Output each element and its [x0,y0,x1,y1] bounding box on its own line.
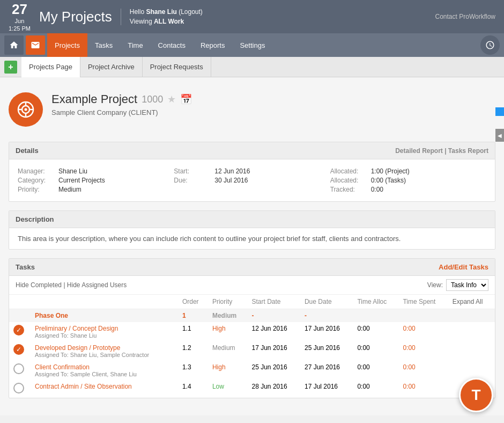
task-incomplete-check[interactable] [13,363,24,374]
col-start: Start Date [248,295,300,309]
task-start: 12 Jun 2016 [248,322,300,341]
task-row: ✓ Developed Design / Prototype Assigned … [9,341,495,361]
task-time-spent: 0:00 [398,341,448,361]
tracked-label: Tracked: [330,186,368,193]
nav-bar: Projects Tasks Time Contacts Reports Set… [0,33,504,57]
col-priority: Priority [208,295,248,309]
view-select[interactable]: Task Info [446,279,488,291]
allocated-tasks-row: Allocated: 0:00 (Tasks) [330,177,486,184]
details-section: Details Detailed Report | Tasks Report M… [9,142,495,202]
task-name-cell: Contract Admin / Site Observation [31,380,178,398]
col-time-spent: Time Spent [398,295,448,309]
hide-completed-link[interactable]: Hide Completed [16,281,62,289]
date-time: 27 Jun 1:25 PM [9,1,31,32]
nav-contacts[interactable]: Contacts [151,33,193,57]
due-value: 30 Jul 2016 [214,177,248,184]
allocated-project-value: 1:00 (Project) [371,167,410,175]
home-button[interactable] [4,35,24,55]
task-check-cell[interactable] [9,361,31,380]
logout-link[interactable]: (Logout) [179,8,203,16]
task-name-link[interactable]: Contract Admin / Site Observation [35,383,174,390]
report-links: Detailed Report | Tasks Report [395,147,488,155]
view-label: View: [427,281,443,289]
nav-reports[interactable]: Reports [193,33,233,57]
task-name-cell: Developed Design / Prototype Assigned To… [31,341,178,361]
month-time: Jun 1:25 PM [9,18,31,32]
tab-project-requests[interactable]: Project Requests [143,57,211,77]
col-name [31,295,178,309]
tab-projects-page[interactable]: Projects Page [21,57,80,77]
top-header: 27 Jun 1:25 PM My Projects Hello Shane L… [0,0,504,33]
add-edit-tasks-link[interactable]: Add/Edit Tasks [439,263,488,271]
task-check-cell[interactable]: ✓ [9,322,31,341]
viewing-label: Viewing [130,18,152,25]
tasks-section: Tasks Add/Edit Tasks Hide Completed | Hi… [9,258,495,398]
hide-assigned-link[interactable]: Hide Assigned Users [67,281,127,289]
category-row: Category: Current Projects [18,177,174,184]
task-complete-check[interactable]: ✓ [13,344,24,355]
tracked-row: Tracked: 0:00 [330,186,486,193]
calendar-icon[interactable]: 📅 [180,93,192,105]
main-content: Example Project 1000 ★ 📅 Sample Client C… [0,77,504,415]
task-complete-check[interactable]: ✓ [13,325,24,336]
task-priority: Medium [208,341,248,361]
task-check-cell[interactable]: ✓ [9,341,31,361]
tasks-report-link[interactable]: Tasks Report [448,147,488,155]
description-text: This area is your description, where you… [9,228,495,249]
tasks-table: Order Priority Start Date Due Date Time … [9,295,495,398]
right-panel-arrow[interactable]: ◀ [495,129,504,142]
clock-button[interactable] [480,35,500,55]
category-label: Category: [18,177,55,184]
task-order: 1.4 [178,380,208,398]
col-time-alloc: Time Alloc [353,295,398,309]
day: 27 [9,1,31,18]
nav-settings[interactable]: Settings [232,33,272,57]
tasks-title: Tasks [16,263,35,271]
tasks-controls-right: View: Task Info [427,279,488,291]
col-order: Order [178,295,208,309]
task-priority: High [208,322,248,341]
viewing-value: ALL Work [154,18,184,25]
task-incomplete-check[interactable] [13,383,24,393]
manager-label: Manager: [18,167,55,175]
details-header: Details Detailed Report | Tasks Report [9,142,495,159]
phase-start: - [248,309,300,323]
start-label: Start: [174,167,211,175]
allocated-project-label: Allocated: [330,167,368,175]
task-name-cell: Preliminary / Concept Design Assigned To… [31,322,178,341]
allocated-tasks-label: Allocated: [330,177,368,184]
task-assigned: Assigned To: Sample Client, Shane Liu [35,371,174,377]
task-check-cell[interactable] [9,380,31,398]
nav-tasks[interactable]: Tasks [87,33,120,57]
nav-projects[interactable]: Projects [47,33,87,57]
task-name-link[interactable]: Client Confirmation [35,363,174,371]
phase-name: Phase One [31,309,178,323]
category-value: Current Projects [58,177,105,184]
tutor-badge[interactable]: T [459,378,493,412]
start-row: Start: 12 Jun 2016 [174,167,330,175]
sub-tabs: + Projects Page Project Archive Project … [0,57,504,77]
task-start: 25 Jun 2016 [248,361,300,380]
task-order: 1.1 [178,322,208,341]
task-name-link[interactable]: Preliminary / Concept Design [35,325,174,332]
detailed-report-link[interactable]: Detailed Report [395,147,443,155]
star-icon[interactable]: ★ [167,93,176,105]
task-name-link[interactable]: Developed Design / Prototype [35,344,174,352]
col-expand[interactable]: Expand All [448,295,495,309]
task-time-spent: 0:00 [398,322,448,341]
contact-link[interactable]: Contact ProWorkflow [435,13,495,20]
details-col-2: Start: 12 Jun 2016 Due: 30 Jul 2016 [174,166,330,195]
task-due: 17 Jun 2016 [300,322,353,341]
project-header: Example Project 1000 ★ 📅 Sample Client C… [9,86,495,133]
task-name-cell: Client Confirmation Assigned To: Sample … [31,361,178,380]
priority-value: Medium [58,186,81,193]
project-icon [9,92,43,127]
mail-button[interactable] [26,35,45,55]
tab-project-archive[interactable]: Project Archive [80,57,143,77]
details-grid: Manager: Shane Liu Category: Current Pro… [18,166,486,195]
add-project-button[interactable]: + [4,61,17,74]
right-panel-tab[interactable] [495,107,504,116]
manager-value: Shane Liu [58,167,87,175]
nav-time[interactable]: Time [120,33,150,57]
greeting-text: Hello [130,8,144,16]
